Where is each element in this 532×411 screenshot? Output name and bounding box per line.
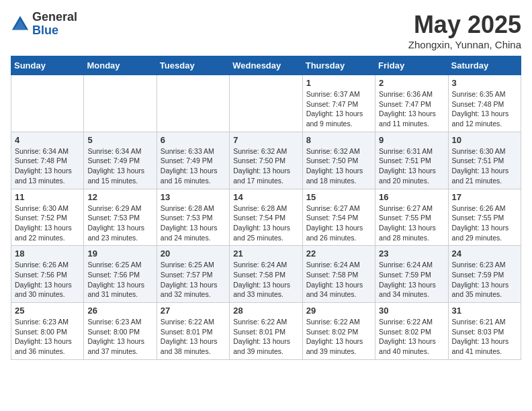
day-info: Sunrise: 6:26 AM Sunset: 7:56 PM Dayligh… bbox=[15, 260, 80, 300]
day-info: Sunrise: 6:33 AM Sunset: 7:49 PM Dayligh… bbox=[161, 146, 226, 186]
day-header-monday: Monday bbox=[84, 56, 157, 75]
day-number: 19 bbox=[87, 248, 152, 259]
calendar-cell: 18Sunrise: 6:26 AM Sunset: 7:56 PM Dayli… bbox=[11, 246, 84, 303]
day-info: Sunrise: 6:28 AM Sunset: 7:53 PM Dayligh… bbox=[161, 203, 226, 243]
calendar-cell: 6Sunrise: 6:33 AM Sunset: 7:49 PM Daylig… bbox=[157, 132, 229, 189]
calendar-cell: 4Sunrise: 6:34 AM Sunset: 7:48 PM Daylig… bbox=[11, 132, 84, 189]
day-header-tuesday: Tuesday bbox=[157, 56, 229, 75]
calendar-cell bbox=[157, 75, 229, 132]
day-number: 4 bbox=[15, 135, 80, 145]
calendar-cell: 27Sunrise: 6:22 AM Sunset: 8:01 PM Dayli… bbox=[157, 303, 229, 360]
calendar-cell: 14Sunrise: 6:28 AM Sunset: 7:54 PM Dayli… bbox=[230, 189, 302, 246]
day-info: Sunrise: 6:25 AM Sunset: 7:56 PM Dayligh… bbox=[87, 260, 152, 300]
calendar-cell: 12Sunrise: 6:29 AM Sunset: 7:53 PM Dayli… bbox=[84, 189, 157, 246]
day-number: 5 bbox=[87, 135, 152, 145]
calendar-cell: 3Sunrise: 6:35 AM Sunset: 7:48 PM Daylig… bbox=[448, 75, 521, 132]
day-number: 22 bbox=[306, 248, 371, 259]
day-info: Sunrise: 6:35 AM Sunset: 7:48 PM Dayligh… bbox=[452, 89, 517, 129]
month-title: May 2025 bbox=[408, 11, 521, 39]
calendar-cell: 28Sunrise: 6:22 AM Sunset: 8:01 PM Dayli… bbox=[230, 303, 302, 360]
day-number: 24 bbox=[452, 248, 517, 259]
day-info: Sunrise: 6:22 AM Sunset: 8:02 PM Dayligh… bbox=[306, 317, 371, 357]
logo-icon bbox=[11, 15, 30, 34]
day-info: Sunrise: 6:22 AM Sunset: 8:01 PM Dayligh… bbox=[233, 317, 298, 357]
calendar-week-2: 4Sunrise: 6:34 AM Sunset: 7:48 PM Daylig… bbox=[11, 132, 521, 189]
day-info: Sunrise: 6:32 AM Sunset: 7:50 PM Dayligh… bbox=[233, 146, 298, 186]
day-info: Sunrise: 6:24 AM Sunset: 7:58 PM Dayligh… bbox=[306, 260, 371, 300]
calendar-cell: 7Sunrise: 6:32 AM Sunset: 7:50 PM Daylig… bbox=[230, 132, 302, 189]
day-info: Sunrise: 6:23 AM Sunset: 8:00 PM Dayligh… bbox=[15, 317, 80, 357]
calendar-cell: 26Sunrise: 6:23 AM Sunset: 8:00 PM Dayli… bbox=[84, 303, 157, 360]
logo: General Blue bbox=[11, 11, 77, 38]
day-info: Sunrise: 6:34 AM Sunset: 7:48 PM Dayligh… bbox=[15, 146, 80, 186]
calendar-cell bbox=[84, 75, 157, 132]
day-number: 12 bbox=[87, 192, 152, 202]
day-number: 11 bbox=[15, 192, 80, 202]
day-number: 17 bbox=[452, 192, 517, 202]
day-info: Sunrise: 6:29 AM Sunset: 7:53 PM Dayligh… bbox=[87, 203, 152, 243]
day-info: Sunrise: 6:24 AM Sunset: 7:58 PM Dayligh… bbox=[233, 260, 298, 300]
day-number: 15 bbox=[306, 192, 371, 202]
page-header: General Blue May 2025 Zhongxin, Yunnan, … bbox=[11, 11, 521, 50]
title-block: May 2025 Zhongxin, Yunnan, China bbox=[408, 11, 521, 50]
location: Zhongxin, Yunnan, China bbox=[408, 39, 521, 50]
day-info: Sunrise: 6:21 AM Sunset: 8:03 PM Dayligh… bbox=[452, 317, 517, 357]
day-info: Sunrise: 6:23 AM Sunset: 8:00 PM Dayligh… bbox=[87, 317, 152, 357]
day-number: 21 bbox=[233, 248, 298, 259]
day-info: Sunrise: 6:36 AM Sunset: 7:47 PM Dayligh… bbox=[379, 89, 444, 129]
day-number: 13 bbox=[161, 192, 226, 202]
day-info: Sunrise: 6:30 AM Sunset: 7:52 PM Dayligh… bbox=[15, 203, 80, 243]
calendar-cell: 25Sunrise: 6:23 AM Sunset: 8:00 PM Dayli… bbox=[11, 303, 84, 360]
calendar-cell: 8Sunrise: 6:32 AM Sunset: 7:50 PM Daylig… bbox=[302, 132, 375, 189]
calendar-week-4: 18Sunrise: 6:26 AM Sunset: 7:56 PM Dayli… bbox=[11, 246, 521, 303]
calendar-table: SundayMondayTuesdayWednesdayThursdayFrid… bbox=[11, 56, 521, 360]
day-number: 30 bbox=[379, 306, 444, 316]
day-number: 6 bbox=[161, 135, 226, 145]
day-info: Sunrise: 6:27 AM Sunset: 7:55 PM Dayligh… bbox=[379, 203, 444, 243]
day-number: 1 bbox=[306, 78, 371, 88]
day-number: 31 bbox=[452, 306, 517, 316]
calendar-cell: 23Sunrise: 6:24 AM Sunset: 7:59 PM Dayli… bbox=[375, 246, 448, 303]
day-number: 25 bbox=[15, 306, 80, 316]
calendar-cell: 1Sunrise: 6:37 AM Sunset: 7:47 PM Daylig… bbox=[302, 75, 375, 132]
day-info: Sunrise: 6:22 AM Sunset: 8:01 PM Dayligh… bbox=[161, 317, 226, 357]
calendar-cell: 16Sunrise: 6:27 AM Sunset: 7:55 PM Dayli… bbox=[375, 189, 448, 246]
logo-text: General Blue bbox=[32, 11, 77, 38]
day-info: Sunrise: 6:22 AM Sunset: 8:02 PM Dayligh… bbox=[379, 317, 444, 357]
calendar-cell: 15Sunrise: 6:27 AM Sunset: 7:54 PM Dayli… bbox=[302, 189, 375, 246]
day-number: 20 bbox=[161, 248, 226, 259]
calendar-cell: 22Sunrise: 6:24 AM Sunset: 7:58 PM Dayli… bbox=[302, 246, 375, 303]
day-number: 8 bbox=[306, 135, 371, 145]
calendar-cell: 9Sunrise: 6:31 AM Sunset: 7:51 PM Daylig… bbox=[375, 132, 448, 189]
day-info: Sunrise: 6:34 AM Sunset: 7:49 PM Dayligh… bbox=[87, 146, 152, 186]
day-header-wednesday: Wednesday bbox=[230, 56, 302, 75]
calendar-week-1: 1Sunrise: 6:37 AM Sunset: 7:47 PM Daylig… bbox=[11, 75, 521, 132]
day-number: 7 bbox=[233, 135, 298, 145]
calendar-cell: 20Sunrise: 6:25 AM Sunset: 7:57 PM Dayli… bbox=[157, 246, 229, 303]
day-info: Sunrise: 6:24 AM Sunset: 7:59 PM Dayligh… bbox=[379, 260, 444, 300]
day-header-sunday: Sunday bbox=[11, 56, 84, 75]
calendar-cell bbox=[230, 75, 302, 132]
day-number: 16 bbox=[379, 192, 444, 202]
day-number: 23 bbox=[379, 248, 444, 259]
calendar-header-row: SundayMondayTuesdayWednesdayThursdayFrid… bbox=[11, 56, 521, 75]
calendar-cell: 10Sunrise: 6:30 AM Sunset: 7:51 PM Dayli… bbox=[448, 132, 521, 189]
day-info: Sunrise: 6:27 AM Sunset: 7:54 PM Dayligh… bbox=[306, 203, 371, 243]
day-info: Sunrise: 6:26 AM Sunset: 7:55 PM Dayligh… bbox=[452, 203, 517, 243]
day-info: Sunrise: 6:32 AM Sunset: 7:50 PM Dayligh… bbox=[306, 146, 371, 186]
day-number: 26 bbox=[87, 306, 152, 316]
day-header-friday: Friday bbox=[375, 56, 448, 75]
calendar-cell: 24Sunrise: 6:23 AM Sunset: 7:59 PM Dayli… bbox=[448, 246, 521, 303]
day-info: Sunrise: 6:25 AM Sunset: 7:57 PM Dayligh… bbox=[161, 260, 226, 300]
logo-blue: Blue bbox=[32, 24, 77, 38]
calendar-cell: 31Sunrise: 6:21 AM Sunset: 8:03 PM Dayli… bbox=[448, 303, 521, 360]
calendar-week-5: 25Sunrise: 6:23 AM Sunset: 8:00 PM Dayli… bbox=[11, 303, 521, 360]
calendar-cell: 11Sunrise: 6:30 AM Sunset: 7:52 PM Dayli… bbox=[11, 189, 84, 246]
calendar-cell: 29Sunrise: 6:22 AM Sunset: 8:02 PM Dayli… bbox=[302, 303, 375, 360]
logo-general: General bbox=[32, 11, 77, 24]
calendar-cell: 21Sunrise: 6:24 AM Sunset: 7:58 PM Dayli… bbox=[230, 246, 302, 303]
day-header-saturday: Saturday bbox=[448, 56, 521, 75]
calendar-cell: 2Sunrise: 6:36 AM Sunset: 7:47 PM Daylig… bbox=[375, 75, 448, 132]
day-number: 18 bbox=[15, 248, 80, 259]
day-number: 27 bbox=[161, 306, 226, 316]
